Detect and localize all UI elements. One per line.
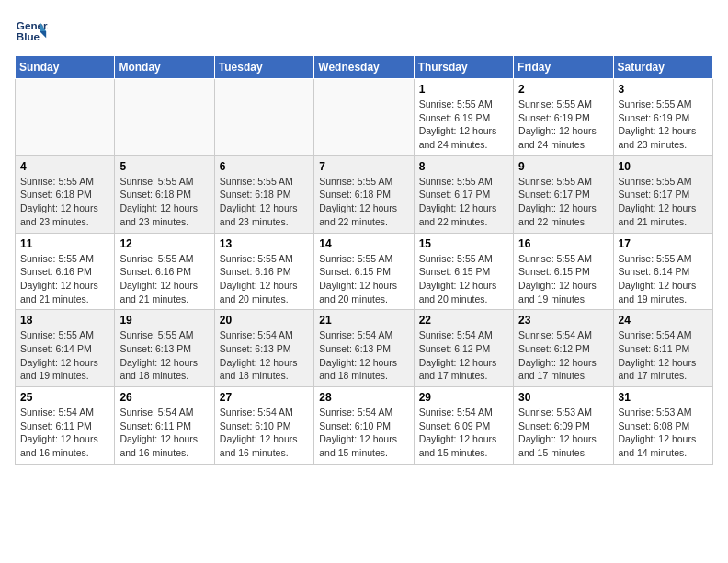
empty-cell: [115, 79, 214, 156]
day-number: 31: [619, 391, 708, 404]
calendar-day-23: 23Sunrise: 5:54 AM Sunset: 6:12 PM Dayli…: [514, 310, 613, 387]
calendar-day-1: 1Sunrise: 5:55 AM Sunset: 6:19 PM Daylig…: [414, 79, 513, 156]
day-info: Sunrise: 5:55 AM Sunset: 6:13 PM Dayligh…: [119, 328, 209, 383]
day-info: Sunrise: 5:54 AM Sunset: 6:13 PM Dayligh…: [220, 328, 309, 383]
day-info: Sunrise: 5:55 AM Sunset: 6:15 PM Dayligh…: [419, 252, 508, 306]
calendar-day-18: 18Sunrise: 5:55 AM Sunset: 6:14 PM Dayli…: [16, 310, 115, 387]
calendar-header-row: SundayMondayTuesdayWednesdayThursdayFrid…: [16, 56, 713, 79]
day-number: 24: [619, 314, 708, 327]
empty-cell: [16, 79, 115, 156]
day-info: Sunrise: 5:54 AM Sunset: 6:09 PM Dayligh…: [419, 406, 508, 460]
day-info: Sunrise: 5:55 AM Sunset: 6:18 PM Dayligh…: [20, 175, 109, 229]
calendar-day-7: 7Sunrise: 5:55 AM Sunset: 6:18 PM Daylig…: [314, 155, 414, 233]
calendar-week-3: 11Sunrise: 5:55 AM Sunset: 6:16 PM Dayli…: [16, 233, 713, 310]
calendar-week-5: 25Sunrise: 5:54 AM Sunset: 6:11 PM Dayli…: [16, 387, 713, 465]
day-number: 2: [518, 83, 608, 96]
day-info: Sunrise: 5:54 AM Sunset: 6:12 PM Dayligh…: [518, 328, 608, 383]
day-info: Sunrise: 5:55 AM Sunset: 6:15 PM Dayligh…: [518, 252, 608, 306]
day-info: Sunrise: 5:54 AM Sunset: 6:11 PM Dayligh…: [20, 406, 109, 460]
day-info: Sunrise: 5:55 AM Sunset: 6:18 PM Dayligh…: [319, 175, 408, 229]
day-of-week-saturday: Saturday: [613, 56, 712, 79]
day-info: Sunrise: 5:53 AM Sunset: 6:09 PM Dayligh…: [518, 406, 608, 460]
day-number: 29: [419, 391, 508, 404]
calendar-day-8: 8Sunrise: 5:55 AM Sunset: 6:17 PM Daylig…: [414, 155, 513, 233]
logo: General Blue: [15, 15, 51, 48]
day-info: Sunrise: 5:54 AM Sunset: 6:10 PM Dayligh…: [220, 406, 309, 460]
calendar-day-14: 14Sunrise: 5:55 AM Sunset: 6:15 PM Dayli…: [314, 233, 414, 310]
day-of-week-thursday: Thursday: [414, 56, 513, 79]
day-info: Sunrise: 5:55 AM Sunset: 6:19 PM Dayligh…: [419, 98, 508, 152]
day-of-week-wednesday: Wednesday: [314, 56, 414, 79]
day-of-week-sunday: Sunday: [16, 56, 115, 79]
day-info: Sunrise: 5:55 AM Sunset: 6:17 PM Dayligh…: [419, 175, 508, 229]
day-info: Sunrise: 5:55 AM Sunset: 6:19 PM Dayligh…: [518, 98, 608, 152]
calendar-day-2: 2Sunrise: 5:55 AM Sunset: 6:19 PM Daylig…: [514, 79, 613, 156]
day-number: 25: [20, 391, 109, 404]
calendar-day-15: 15Sunrise: 5:55 AM Sunset: 6:15 PM Dayli…: [414, 233, 513, 310]
day-number: 13: [220, 237, 309, 250]
day-number: 16: [518, 237, 608, 250]
calendar-day-26: 26Sunrise: 5:54 AM Sunset: 6:11 PM Dayli…: [115, 387, 214, 465]
day-number: 17: [619, 237, 708, 250]
day-number: 21: [319, 314, 408, 327]
svg-text:Blue: Blue: [17, 30, 40, 42]
calendar-day-9: 9Sunrise: 5:55 AM Sunset: 6:17 PM Daylig…: [514, 155, 613, 233]
day-info: Sunrise: 5:55 AM Sunset: 6:17 PM Dayligh…: [518, 175, 608, 229]
day-number: 1: [419, 83, 508, 96]
day-number: 19: [119, 314, 209, 327]
day-info: Sunrise: 5:53 AM Sunset: 6:08 PM Dayligh…: [619, 406, 708, 460]
day-of-week-friday: Friday: [514, 56, 613, 79]
page-header: General Blue: [15, 15, 713, 48]
day-info: Sunrise: 5:54 AM Sunset: 6:11 PM Dayligh…: [119, 406, 209, 460]
calendar-day-30: 30Sunrise: 5:53 AM Sunset: 6:09 PM Dayli…: [514, 387, 613, 465]
calendar-week-2: 4Sunrise: 5:55 AM Sunset: 6:18 PM Daylig…: [16, 155, 713, 233]
day-number: 18: [20, 314, 109, 327]
calendar-day-17: 17Sunrise: 5:55 AM Sunset: 6:14 PM Dayli…: [613, 233, 712, 310]
calendar-day-5: 5Sunrise: 5:55 AM Sunset: 6:18 PM Daylig…: [115, 155, 214, 233]
day-of-week-monday: Monday: [115, 56, 214, 79]
day-number: 23: [518, 314, 608, 327]
day-number: 10: [619, 160, 708, 173]
day-number: 26: [119, 391, 209, 404]
day-number: 8: [419, 160, 508, 173]
day-number: 12: [119, 237, 209, 250]
calendar-day-22: 22Sunrise: 5:54 AM Sunset: 6:12 PM Dayli…: [414, 310, 513, 387]
day-info: Sunrise: 5:55 AM Sunset: 6:14 PM Dayligh…: [20, 328, 109, 383]
day-number: 27: [220, 391, 309, 404]
day-number: 20: [220, 314, 309, 327]
logo-icon: General Blue: [15, 15, 48, 48]
day-info: Sunrise: 5:55 AM Sunset: 6:14 PM Dayligh…: [619, 252, 708, 306]
calendar-day-19: 19Sunrise: 5:55 AM Sunset: 6:13 PM Dayli…: [115, 310, 214, 387]
calendar-day-27: 27Sunrise: 5:54 AM Sunset: 6:10 PM Dayli…: [214, 387, 313, 465]
calendar-day-4: 4Sunrise: 5:55 AM Sunset: 6:18 PM Daylig…: [16, 155, 115, 233]
calendar-day-31: 31Sunrise: 5:53 AM Sunset: 6:08 PM Dayli…: [613, 387, 712, 465]
calendar-day-13: 13Sunrise: 5:55 AM Sunset: 6:16 PM Dayli…: [214, 233, 313, 310]
calendar-day-21: 21Sunrise: 5:54 AM Sunset: 6:13 PM Dayli…: [314, 310, 414, 387]
calendar-day-16: 16Sunrise: 5:55 AM Sunset: 6:15 PM Dayli…: [514, 233, 613, 310]
day-number: 22: [419, 314, 508, 327]
day-number: 7: [319, 160, 408, 173]
day-number: 9: [518, 160, 608, 173]
day-of-week-tuesday: Tuesday: [214, 56, 313, 79]
svg-marker-3: [40, 31, 46, 38]
calendar-week-1: 1Sunrise: 5:55 AM Sunset: 6:19 PM Daylig…: [16, 79, 713, 156]
day-info: Sunrise: 5:54 AM Sunset: 6:12 PM Dayligh…: [419, 328, 508, 383]
day-info: Sunrise: 5:55 AM Sunset: 6:17 PM Dayligh…: [619, 175, 708, 229]
day-info: Sunrise: 5:55 AM Sunset: 6:16 PM Dayligh…: [119, 252, 209, 306]
empty-cell: [314, 79, 414, 156]
calendar-day-6: 6Sunrise: 5:55 AM Sunset: 6:18 PM Daylig…: [214, 155, 313, 233]
day-number: 14: [319, 237, 408, 250]
calendar-week-4: 18Sunrise: 5:55 AM Sunset: 6:14 PM Dayli…: [16, 310, 713, 387]
day-number: 11: [20, 237, 109, 250]
calendar-day-24: 24Sunrise: 5:54 AM Sunset: 6:11 PM Dayli…: [613, 310, 712, 387]
day-number: 3: [619, 83, 708, 96]
calendar-day-12: 12Sunrise: 5:55 AM Sunset: 6:16 PM Dayli…: [115, 233, 214, 310]
day-info: Sunrise: 5:54 AM Sunset: 6:10 PM Dayligh…: [319, 406, 408, 460]
calendar-day-28: 28Sunrise: 5:54 AM Sunset: 6:10 PM Dayli…: [314, 387, 414, 465]
day-info: Sunrise: 5:54 AM Sunset: 6:13 PM Dayligh…: [319, 328, 408, 383]
day-number: 5: [119, 160, 209, 173]
day-number: 6: [220, 160, 309, 173]
calendar-table: SundayMondayTuesdayWednesdayThursdayFrid…: [15, 55, 713, 465]
day-info: Sunrise: 5:55 AM Sunset: 6:18 PM Dayligh…: [119, 175, 209, 229]
day-number: 4: [20, 160, 109, 173]
